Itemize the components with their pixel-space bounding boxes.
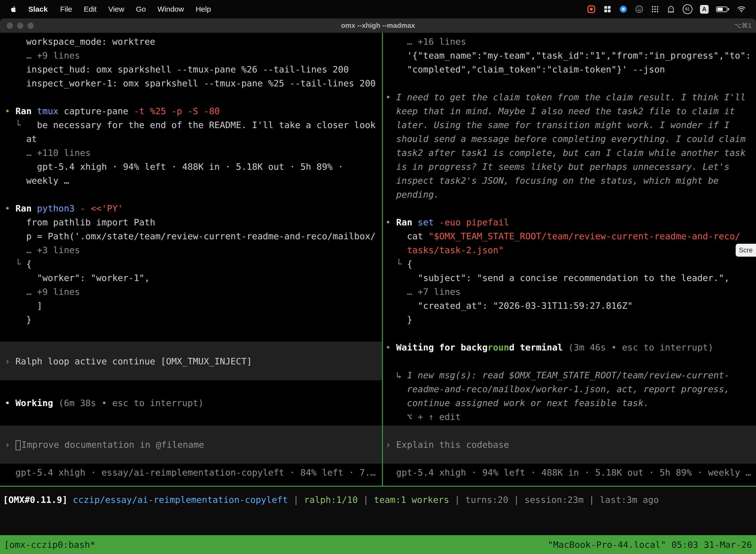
terminal-line: • Ran set -euo pipefail [385, 215, 509, 229]
blue-app-icon[interactable] [619, 5, 628, 13]
close-button[interactable] [7, 22, 13, 29]
terminal-line: readme-and-reco/mailbox/worker-1.json, a… [385, 382, 730, 396]
omx-hud-status-line: [OMX#0.11.9] cczip/essay/ai-reimplementa… [3, 493, 659, 507]
terminal-line: "completed","claim_token":"claim-token"}… [385, 63, 665, 76]
grid-app-icon[interactable] [603, 5, 612, 13]
terminal-line: └ { [5, 257, 32, 271]
battery-percentage-badge-icon[interactable]: 61 [683, 4, 693, 14]
terminal-line: at [5, 132, 37, 146]
terminal-line: "subject": "send a concise recommendatio… [385, 271, 730, 285]
menu-bar-status-icons: 61 A [587, 4, 756, 14]
terminal-line: } [5, 313, 32, 327]
input-source-icon[interactable]: A [700, 5, 709, 14]
terminal-line: weekly … [5, 174, 69, 188]
screen-recording-icon[interactable] [587, 5, 596, 14]
tmux-host-and-clock: "MacBook-Pro-44.local" 05:03 31-Mar-26 [548, 540, 752, 550]
terminal-line: "created_at": "2026-03-31T11:59:27.816Z" [385, 299, 633, 313]
terminal-line: … +9 lines [5, 285, 80, 299]
terminal-line: } [385, 313, 412, 327]
terminal-line: keep that in mind. Maybe I also need the… [385, 104, 735, 118]
minimize-button[interactable] [17, 22, 23, 29]
terminal-line: gpt-5.4 xhigh · 94% left · 488K in · 5.1… [5, 160, 343, 174]
terminal-pane-left[interactable]: workspace_mode: worktree … +9 lines insp… [0, 33, 382, 486]
terminal-line: gpt-5.4 xhigh · 94% left · 488K in · 5.1… [385, 466, 751, 480]
terminal-line: task2 after task1 is complete, but can I… [385, 146, 746, 160]
terminal-line: └ { [385, 257, 412, 271]
terminal-line: inspect task2's JSON, focusing on the st… [385, 174, 719, 188]
terminal-line: inspect_hud: omx sparkshell --tmux-pane … [5, 63, 349, 76]
ghost-app-icon[interactable] [667, 5, 675, 13]
window-title-bar[interactable]: omx --xhigh --madmax ⌥⌘1 [0, 18, 756, 33]
menu-edit[interactable]: Edit [84, 5, 97, 13]
terminal-line: ⌥ + ↑ edit [385, 410, 460, 424]
terminal-line: gpt-5.4 xhigh · essay/ai-reimplementatio… [5, 466, 376, 480]
window-shortcut-hint: ⌥⌘1 [734, 22, 752, 30]
terminal-line: p = Path('.omx/state/team/review-current… [5, 229, 376, 243]
terminal-line: pending. [385, 188, 439, 202]
menu-help[interactable]: Help [196, 5, 211, 13]
terminal-line: is in progress? It seems likely but perh… [385, 160, 730, 174]
wifi-icon[interactable] [737, 5, 746, 13]
terminal-line: workspace_mode: worktree [5, 35, 155, 49]
tmux-status-bar: [omx-cczip0:bash* "MacBook-Pro-44.local"… [0, 535, 756, 554]
battery-icon[interactable] [716, 6, 729, 12]
terminal-line: later. Using the same for transition mig… [385, 118, 730, 132]
apple-menu-icon[interactable] [10, 5, 17, 13]
terminal-line: • I need to get the claim token from the… [385, 90, 746, 104]
screenshot-tooltip: Scre [736, 244, 756, 257]
tmux-session-window-label: [omx-cczip0:bash* [4, 540, 95, 550]
terminal-line: '{"team_name":"my-team","task_id":"1","f… [385, 49, 751, 63]
menu-view[interactable]: View [108, 5, 124, 13]
traffic-lights [0, 22, 34, 29]
terminal-line: … +16 lines [385, 35, 466, 49]
zoom-button[interactable] [27, 22, 34, 29]
menu-file[interactable]: File [60, 5, 72, 13]
terminal-line: › Improve documentation in @filename [5, 438, 204, 452]
terminal-line: … +9 lines [5, 49, 80, 63]
menu-bar: Slack File Edit View Go Window Help 61 A [0, 0, 756, 18]
terminal-line: • Ran python3 - <<'PY' [5, 202, 123, 215]
terminal-line: continue assigned work or next feasible … [385, 396, 649, 410]
terminal-line: … +3 lines [5, 243, 80, 257]
terminal-line: • Ran tmux capture-pane -t %25 -p -S -80 [5, 104, 220, 118]
active-app-name[interactable]: Slack [28, 5, 48, 13]
screenshot-tooltip-text: Scre [739, 246, 753, 254]
terminal-line: › Explain this codebase [385, 438, 509, 452]
terminal-line: ] [5, 299, 43, 313]
terminal-pane-right[interactable]: … +16 lines '{"team_name":"my-team","tas… [383, 33, 756, 486]
menu-go[interactable]: Go [136, 5, 146, 13]
terminal-line: … +110 lines [5, 146, 91, 160]
terminal-line: └ be necessary for the end of the README… [5, 118, 376, 132]
terminal-line: … +7 lines [385, 285, 460, 299]
terminal-line: • Waiting for background terminal (3m 46… [385, 340, 713, 354]
terminal-line: should send a message before completing … [385, 132, 746, 146]
window-title: omx --xhigh --madmax [0, 21, 756, 30]
pane-divider-horizontal[interactable] [0, 486, 756, 487]
terminal-line: cat "$OMX_TEAM_STATE_ROOT/team/review-cu… [385, 229, 740, 243]
text-cursor [16, 440, 20, 450]
menu-window[interactable]: Window [158, 5, 184, 13]
terminal-line: tasks/task-2.json" [385, 243, 504, 257]
terminal-line: "worker": "worker-1", [5, 271, 150, 285]
terminal-line: ↳ 1 new msg(s): read $OMX_TEAM_STATE_ROO… [385, 368, 730, 382]
terminal-line: from pathlib import Path [5, 215, 155, 229]
terminal-line: inspect_worker-1: omx sparkshell --tmux-… [5, 76, 376, 90]
terminal-line: › Ralph loop active continue [OMX_TMUX_I… [5, 354, 252, 368]
apps-grid-icon[interactable] [651, 5, 659, 13]
terminal-line: • Working (6m 38s • esc to interrupt) [5, 396, 204, 410]
dark-app-icon[interactable] [635, 5, 643, 13]
